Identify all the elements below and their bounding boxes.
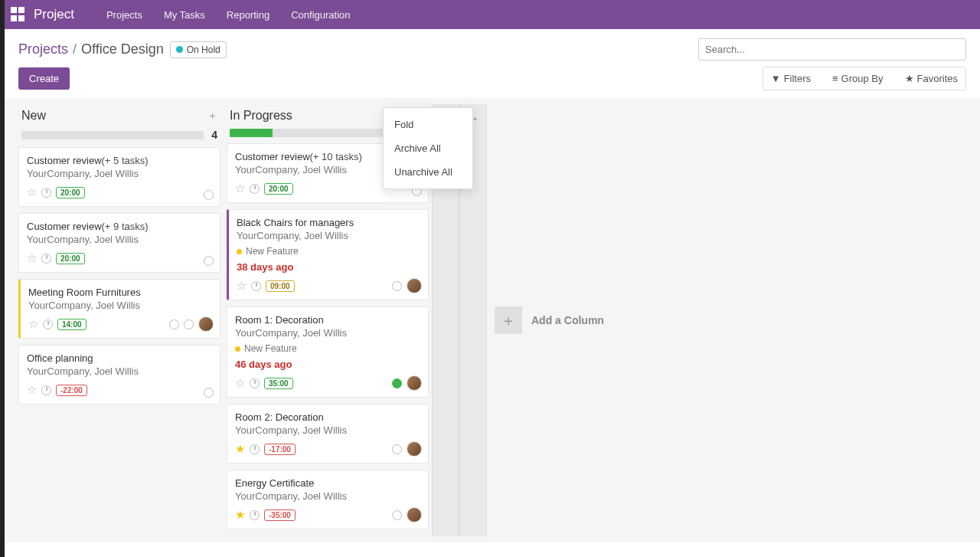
add-card-icon[interactable]: ＋ [207, 109, 217, 123]
time-badge: 20:00 [56, 253, 85, 264]
time-badge: -22:00 [56, 385, 87, 396]
star-icon[interactable]: ☆ [235, 182, 245, 195]
filter-icon: ▼ [771, 73, 781, 84]
time-badge: 09:00 [266, 280, 295, 292]
feature-label: New Feature [244, 343, 297, 354]
card-title: Energy Certificate [235, 477, 314, 489]
avatar[interactable] [198, 316, 214, 332]
card-title: Black Chairs for managers [237, 217, 354, 228]
status-tag-label: On Hold [187, 44, 220, 55]
menu-configuration[interactable]: Configuration [280, 9, 361, 21]
overdue-label: 46 days ago [235, 359, 420, 370]
card-title: Room 1: Decoration [235, 314, 324, 326]
dropdown-unarchive-all[interactable]: Unarchive All [384, 160, 472, 184]
card-subtasks: (+ 9 tasks) [102, 221, 149, 232]
task-card[interactable]: Customer review(+ 9 tasks)YourCompany, J… [18, 213, 220, 273]
star-icon[interactable]: ☆ [235, 376, 245, 390]
status-ring-icon[interactable] [392, 281, 402, 291]
menu-reporting[interactable]: Reporting [216, 9, 280, 21]
card-title: Customer review [27, 221, 102, 232]
clock-icon [250, 378, 260, 388]
column-dropdown: Fold Archive All Unarchive All [383, 107, 473, 189]
column-inprogress: In Progress ⚙ ＋ Customer review(+ 10 tas… [224, 104, 432, 536]
favorites-button[interactable]: ★ Favorites [897, 70, 965, 87]
groupby-label: Group By [841, 73, 884, 84]
status-ring-icon[interactable] [204, 388, 214, 398]
status-ring-icon[interactable] [204, 256, 214, 266]
star-icon[interactable]: ☆ [237, 279, 247, 293]
column-title-inprogress: In Progress [230, 109, 399, 123]
avatar[interactable] [407, 278, 422, 293]
clock-icon [41, 188, 51, 198]
star-icon[interactable]: ☆ [27, 383, 37, 397]
card-subtasks: (+ 5 tasks) [102, 155, 149, 166]
star-icon[interactable]: ☆ [27, 251, 37, 265]
filters-button[interactable]: ▼ Filters [763, 70, 818, 87]
card-subtitle: YourCompany, Joel Willis [27, 234, 212, 245]
card-subtitle: YourCompany, Joel Willis [28, 300, 212, 311]
progress-count-new: 4 [211, 129, 217, 141]
time-badge: -35:00 [264, 509, 296, 521]
status-ring-icon[interactable] [204, 190, 214, 200]
card-subtitle: YourCompany, Joel Willis [235, 424, 420, 436]
groupby-icon: ≡ [832, 73, 838, 84]
clock-icon [43, 319, 53, 329]
topbar: Project Projects My Tasks Reporting Conf… [5, 0, 980, 29]
menu-mytasks[interactable]: My Tasks [153, 9, 216, 21]
star-icon[interactable]: ☆ [28, 317, 38, 331]
status-ring-green-icon[interactable] [392, 378, 402, 388]
avatar[interactable] [407, 375, 422, 391]
task-card[interactable]: Office planningYourCompany, Joel Willis☆… [18, 345, 220, 405]
groupby-button[interactable]: ≡ Group By [825, 70, 891, 87]
status-ring-icon[interactable] [392, 444, 402, 454]
star-icon[interactable]: ★ [235, 508, 245, 522]
column-new: New ＋ 4 Customer review(+ 5 tasks)YourCo… [15, 104, 224, 536]
clock-icon [250, 184, 260, 194]
clock-icon [250, 444, 260, 454]
star-icon: ★ [905, 73, 914, 84]
task-card[interactable]: Meeting Room FurnituresYourCompany, Joel… [18, 279, 220, 339]
add-column: ＋ Add a Column [487, 104, 612, 536]
breadcrumb-sep: / [73, 41, 77, 57]
task-card[interactable]: Room 1: DecorationYourCompany, Joel Will… [227, 306, 429, 398]
add-column-label: Add a Column [531, 314, 604, 326]
task-card[interactable]: Room 2: DecorationYourCompany, Joel Will… [227, 404, 429, 464]
star-icon[interactable]: ★ [235, 442, 245, 456]
filter-group: ▼ Filters ≡ Group By ★ Favorites [763, 67, 966, 90]
avatar[interactable] [407, 507, 422, 523]
card-subtitle: YourCompany, Joel Willis [235, 490, 420, 502]
dropdown-fold[interactable]: Fold [384, 113, 472, 136]
task-card[interactable]: Energy CertificateYourCompany, Joel Will… [227, 470, 429, 529]
breadcrumb: Projects / Office Design [18, 41, 164, 57]
status-dot-icon [176, 46, 183, 53]
card-title: Customer review [235, 151, 310, 162]
create-button[interactable]: Create [18, 67, 70, 90]
filters-label: Filters [784, 73, 811, 84]
dropdown-archive-all[interactable]: Archive All [384, 136, 472, 160]
star-icon[interactable]: ☆ [27, 185, 37, 199]
menu-projects[interactable]: Projects [96, 9, 153, 21]
card-title: Customer review [27, 155, 102, 166]
time-badge: 20:00 [56, 187, 85, 198]
clock-icon [41, 254, 51, 264]
search-input[interactable] [698, 38, 966, 61]
breadcrumb-current: Office Design [81, 41, 164, 57]
time-badge: 14:00 [57, 319, 87, 330]
task-card[interactable]: Customer review(+ 5 tasks)YourCompany, J… [18, 147, 220, 207]
status-tag[interactable]: On Hold [170, 41, 227, 58]
avatar[interactable] [407, 441, 422, 457]
add-column-button[interactable]: ＋ [495, 306, 522, 334]
status-ring-icon[interactable] [184, 319, 194, 329]
card-subtitle: YourCompany, Joel Willis [235, 327, 420, 339]
breadcrumb-parent[interactable]: Projects [18, 41, 68, 57]
status-ring-icon[interactable] [392, 510, 402, 520]
status-ring-icon[interactable] [169, 319, 179, 329]
apps-icon[interactable] [11, 7, 26, 22]
kanban-board: New ＋ 4 Customer review(+ 5 tasks)YourCo… [5, 98, 980, 542]
feature-label: New Feature [246, 246, 299, 257]
time-badge: 35:00 [264, 378, 293, 389]
task-card[interactable]: Black Chairs for managersYourCompany, Jo… [227, 209, 429, 300]
card-subtitle: YourCompany, Joel Willis [27, 168, 212, 179]
brand-title: Project [34, 7, 74, 22]
left-edge-bar [0, 0, 5, 542]
